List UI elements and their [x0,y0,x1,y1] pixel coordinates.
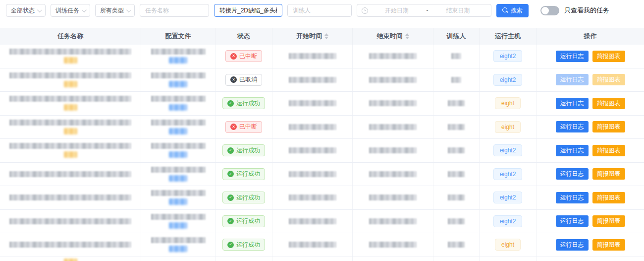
config-file-text-redacted [151,190,206,196]
host-tag: eight2 [493,144,523,156]
report-chart-button[interactable]: 简报图表 [592,145,625,156]
start-time-redacted [289,100,336,106]
task-name-cell [0,257,141,261]
task-type-filter-select[interactable]: 训练任务 [51,4,90,17]
task-name-cell [0,233,141,257]
actions-cell: 运行日志 简报图表 [537,139,644,162]
table-row: ✕ 已取消 eight2 运行日志 简报图表 [0,68,644,92]
config-file-link-redacted[interactable] [169,198,187,205]
config-file-text-redacted [151,120,206,126]
status-label: 运行成功 [236,146,260,155]
task-name-tag-redacted [64,128,77,134]
run-log-button[interactable]: 运行日志 [556,145,589,156]
run-log-button[interactable]: 运行日志 [556,121,589,132]
run-log-button[interactable]: 运行日志 [556,215,589,227]
start-time-cell [272,139,353,162]
status-cell [215,257,272,261]
column-label: 运行主机 [495,32,521,41]
config-file-link-redacted[interactable] [169,175,187,182]
end-time-cell [353,92,433,115]
actions-cell: 运行日志 简报图表 [537,92,644,115]
start-time-redacted [289,171,336,177]
table-row: ✓ 运行成功 eight2 运行日志 简报图表 [0,186,644,210]
task-name-tag-redacted [64,259,77,261]
trainer-cell [433,68,480,92]
search-button[interactable]: 搜索 [496,4,529,17]
run-log-button[interactable]: 运行日志 [556,51,589,62]
table-header-cell-3: 状态 [215,28,272,45]
report-chart-button[interactable]: 简报图表 [592,121,625,132]
start-time-redacted [289,124,336,130]
config-file-text-redacted [151,96,206,102]
column-label: 操作 [584,32,597,41]
model-name-input[interactable] [214,4,282,17]
run-log-button[interactable]: 运行日志 [556,168,589,180]
trainer-cell [433,186,480,209]
config-file-link-redacted[interactable] [169,57,187,64]
task-name-text-redacted [9,143,131,149]
table-header-cell-4: 开始时间 [272,28,353,45]
task-name-input[interactable] [140,4,209,17]
status-cell: ✕ 已取消 [215,68,272,92]
config-file-cell [141,92,215,115]
sort-control[interactable] [324,33,328,39]
category-filter-select[interactable]: 所有类型 [95,4,135,17]
report-chart-button[interactable]: 简报图表 [592,239,625,251]
sort-control[interactable] [405,33,409,39]
task-type-filter-value: 训练任务 [55,6,79,15]
table-row: ✓ 运行成功 eight2 运行日志 简报图表 [0,163,644,187]
date-range-picker[interactable]: 开始日期 - 结束日期 [357,4,491,17]
status-filter-value: 全部状态 [11,6,35,15]
report-chart-button[interactable]: 简报图表 [592,192,625,203]
start-time-cell [272,116,353,139]
run-log-button[interactable]: 运行日志 [556,239,589,251]
trainer-cell [433,139,480,162]
sort-desc-icon[interactable] [405,37,409,39]
run-log-button[interactable]: 运行日志 [556,192,589,203]
column-label: 任务名称 [57,32,83,41]
report-chart-button[interactable]: 简报图表 [592,98,625,109]
status-label: 运行成功 [236,170,260,178]
config-file-link-redacted[interactable] [169,81,187,87]
status-cell: ✓ 运行成功 [215,163,272,186]
actions-cell: 运行日志 简报图表 [537,116,644,139]
clock-icon [362,7,368,14]
sort-asc-icon[interactable] [324,33,328,36]
task-name-cell [0,163,141,186]
config-file-link-redacted[interactable] [169,222,187,229]
run-log-button[interactable]: 运行日志 [556,98,589,109]
config-file-link-redacted[interactable] [169,151,187,158]
task-name-tag-redacted [64,104,77,111]
report-chart-button[interactable]: 简报图表 [592,215,625,227]
host-cell: eight2 [480,186,537,209]
config-file-link-redacted[interactable] [169,246,187,252]
start-time-cell [272,257,353,261]
report-chart-button[interactable]: 简报图表 [592,51,625,62]
search-button-label: 搜索 [511,6,523,15]
end-time-redacted [369,195,417,200]
trainer-input[interactable] [287,4,352,17]
run-log-button[interactable]: 运行日志 [556,74,589,85]
trainer-name-redacted [448,195,465,200]
table-row: ✕ 已中断 eight2 运行日志 简报图表 [0,45,644,68]
config-file-text-redacted [151,72,206,78]
report-chart-button[interactable]: 简报图表 [592,168,625,180]
table-header-cell-2: 配置文件 [141,28,215,45]
config-file-link-redacted[interactable] [169,128,187,134]
status-filter-select[interactable]: 全部状态 [6,4,46,17]
sort-desc-icon[interactable] [324,37,328,39]
task-name-tag-redacted [64,57,77,64]
status-icon: ✓ [227,242,234,248]
my-tasks-toggle[interactable] [540,6,559,15]
end-time-redacted [369,242,417,248]
sort-asc-icon[interactable] [405,33,409,36]
date-range-separator: - [426,7,429,14]
config-file-link-redacted[interactable] [169,104,187,111]
config-file-cell [141,257,215,261]
task-name-tag-redacted [64,151,77,158]
actions-cell: 运行日志 简报图表 [537,45,644,68]
config-file-text-redacted [151,49,206,55]
report-chart-button[interactable]: 简报图表 [592,74,625,85]
task-name-cell [0,116,141,139]
host-cell: eight [480,92,537,115]
